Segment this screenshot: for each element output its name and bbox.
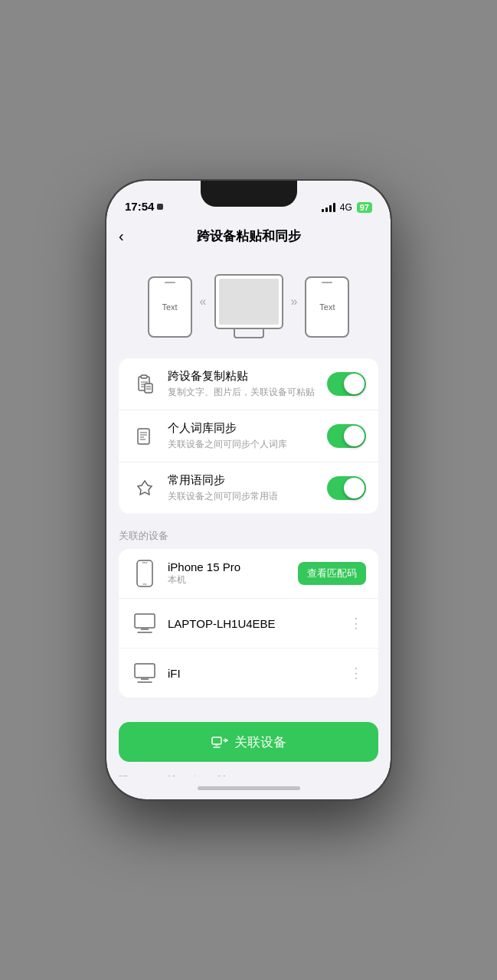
bottom-section: 关联设备	[106, 713, 391, 768]
hero-center-monitor	[214, 274, 283, 340]
setting-row-phrase: 常用语同步 关联设备之间可同步常用语	[119, 462, 378, 514]
devices-card: iPhone 15 Pro 本机 查看匹配码 L	[119, 549, 378, 697]
toggle-clipboard[interactable]	[327, 372, 366, 396]
setting-row-clipboard: 跨设备复制粘贴 复制文字、图片后，关联设备可粘贴	[119, 358, 378, 410]
hero-monitor-screen	[219, 279, 279, 325]
svg-rect-8	[138, 429, 149, 444]
hero-right-phone-icon: Text	[305, 276, 349, 338]
status-right: 4G 97	[322, 202, 372, 213]
devices-section-label: 关联的设备	[106, 529, 391, 549]
battery-icon: 97	[357, 202, 372, 213]
setting-dictionary-text: 个人词库同步 关联设备之间可同步个人词库	[168, 421, 327, 451]
page-header: ‹ 跨设备粘贴和同步	[106, 219, 391, 253]
footer: Windows 版 | Mac 版 前往「微信输入法」官网下载电脑版	[106, 768, 391, 776]
svg-rect-17	[135, 614, 155, 628]
settings-card: 跨设备复制粘贴 复制文字、图片后，关联设备可粘贴	[119, 358, 378, 514]
laptop-info: LAPTOP-LH1U4EBE	[168, 617, 346, 630]
hero-left-device: Text	[148, 276, 192, 338]
match-code-button[interactable]: 查看匹配码	[298, 562, 366, 585]
phone-device-icon	[131, 560, 159, 587]
network-type: 4G	[340, 202, 352, 213]
device-row-ifi: iFI ⋮	[119, 648, 378, 697]
svg-rect-14	[137, 560, 152, 586]
status-time: 17:54	[125, 200, 163, 213]
laptop-more-button[interactable]: ⋮	[346, 615, 366, 632]
setting-phrase-text: 常用语同步 关联设备之间可同步常用语	[168, 473, 327, 503]
toggle-phrase[interactable]	[327, 476, 366, 500]
hero-left-phone-icon: Text	[148, 276, 192, 338]
page-title: 跨设备粘贴和同步	[197, 227, 301, 245]
monitor-device-icon-2	[131, 659, 159, 687]
phrase-icon	[131, 475, 159, 502]
hero-monitor-icon	[214, 274, 283, 329]
device-row-laptop: LAPTOP-LH1U4EBE ⋮	[119, 599, 378, 648]
svg-marker-13	[138, 481, 152, 495]
device-row-iphone: iPhone 15 Pro 本机 查看匹配码	[119, 549, 378, 599]
monitor-device-icon-1	[131, 609, 159, 637]
hero-illustration: Text « » Text	[106, 253, 391, 358]
signal-icon	[322, 203, 335, 212]
back-button[interactable]: ‹	[119, 227, 124, 245]
link-icon	[211, 735, 228, 749]
setting-clipboard-text: 跨设备复制粘贴 复制文字、图片后，关联设备可粘贴	[168, 369, 327, 399]
link-device-button[interactable]: 关联设备	[119, 722, 378, 762]
svg-rect-20	[135, 664, 155, 678]
ifi-info: iFI	[168, 667, 346, 680]
clipboard-icon	[131, 371, 159, 398]
hero-right-device: Text	[305, 276, 349, 338]
svg-rect-1	[141, 375, 147, 378]
hero-arrow-right: »	[291, 295, 298, 309]
notification-icon	[157, 204, 163, 210]
hero-arrow-left: «	[200, 295, 207, 309]
svg-rect-23	[212, 737, 221, 744]
content-area: Text « » Text	[106, 253, 391, 776]
iphone-info: iPhone 15 Pro 本机	[168, 560, 298, 586]
toggle-dictionary[interactable]	[327, 424, 366, 448]
home-indicator	[106, 776, 391, 799]
dictionary-icon	[131, 423, 159, 450]
svg-rect-5	[145, 384, 152, 393]
setting-row-dictionary: 个人词库同步 关联设备之间可同步个人词库	[119, 410, 378, 462]
ifi-more-button[interactable]: ⋮	[346, 665, 366, 681]
